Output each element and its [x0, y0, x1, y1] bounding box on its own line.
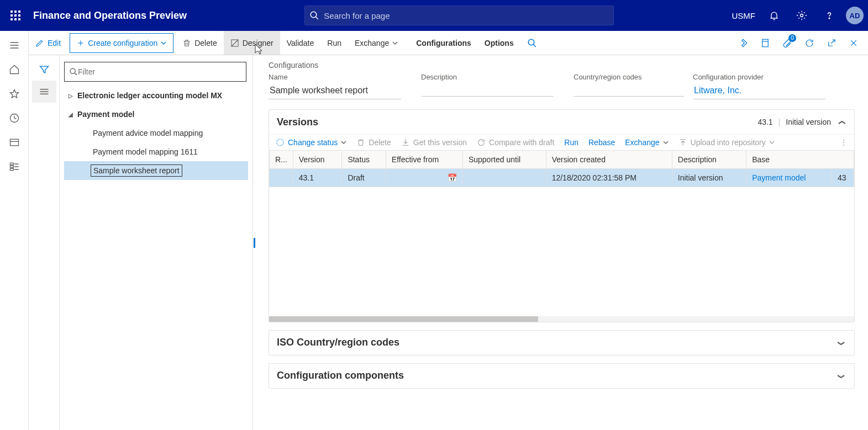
cell-status[interactable]: Draft — [342, 169, 386, 187]
configurations-nav[interactable]: Configurations — [409, 31, 478, 55]
modules-icon[interactable] — [2, 156, 27, 178]
tree-node[interactable]: Payment model mapping 1611 — [64, 142, 248, 161]
recent-icon[interactable] — [2, 107, 27, 129]
section-title: Versions — [277, 116, 318, 128]
col-version[interactable]: Version — [293, 151, 342, 169]
expand-icon[interactable]: ▷ — [66, 93, 75, 99]
name-value[interactable]: Sample worksheet report — [269, 83, 401, 99]
svg-line-23 — [75, 73, 77, 75]
calendar-icon[interactable]: 📅 — [448, 173, 457, 182]
svg-point-9 — [311, 12, 317, 18]
refresh-icon[interactable] — [799, 33, 819, 53]
plus-icon — [77, 39, 85, 47]
table-row[interactable]: 43.1 Draft 📅 12/18/2020 02:31:58 PM Init… — [270, 169, 854, 187]
diamond-icon[interactable] — [733, 33, 753, 53]
more-icon[interactable]: ⋮ — [840, 138, 848, 147]
components-section[interactable]: Configuration components — [269, 363, 855, 389]
create-configuration-button[interactable]: Create configuration — [70, 33, 173, 53]
svg-rect-20 — [10, 166, 13, 167]
tree-filter[interactable] — [64, 62, 246, 82]
collapse-icon[interactable]: ◢ — [66, 112, 75, 118]
field-label: Name — [269, 73, 401, 81]
horizontal-scrollbar[interactable] — [269, 316, 854, 322]
col-base[interactable]: Base — [746, 151, 854, 169]
compare-button: Compare with draft — [477, 138, 554, 147]
col-status[interactable]: Status — [342, 151, 386, 169]
col-effective[interactable]: Effective from — [386, 151, 462, 169]
configuration-tree: ▷ Electronic ledger accounting model MX … — [60, 55, 253, 430]
collapse-icon[interactable] — [837, 115, 846, 129]
validate-button[interactable]: Validate — [280, 31, 321, 55]
attachments-icon[interactable]: 0 — [777, 33, 797, 53]
chevron-down-icon — [663, 140, 669, 145]
run-button[interactable]: Run — [320, 31, 348, 55]
svg-rect-6 — [10, 18, 13, 20]
provider-link[interactable]: Litware, Inc. — [693, 83, 825, 99]
delete-button[interactable]: Delete — [176, 31, 223, 55]
popout-icon[interactable] — [822, 33, 841, 53]
tree-node[interactable]: ▷ Electronic ledger accounting model MX — [64, 86, 248, 105]
exchange-button[interactable]: Exchange — [348, 31, 404, 55]
app-title: Finance and Operations Preview — [33, 10, 187, 22]
svg-point-11 — [801, 14, 803, 17]
description-value[interactable] — [421, 83, 554, 97]
col-description[interactable]: Description — [672, 151, 746, 169]
home-icon[interactable] — [2, 59, 27, 81]
tree-node-selected[interactable]: Sample worksheet report — [64, 161, 248, 180]
col-rowselect[interactable]: R... — [270, 151, 293, 169]
change-status-button[interactable]: Change status — [276, 138, 346, 147]
global-search[interactable] — [304, 6, 614, 25]
cell-base-ver[interactable]: 43 — [832, 169, 854, 187]
close-icon[interactable] — [844, 33, 864, 53]
gear-icon[interactable] — [791, 4, 813, 26]
help-icon[interactable] — [818, 4, 840, 26]
rebase-button[interactable]: Rebase — [588, 138, 615, 147]
tree-node[interactable]: ◢ Payment model — [64, 105, 248, 124]
edit-button[interactable]: Edit — [29, 31, 67, 55]
document-icon[interactable] — [755, 33, 775, 53]
bell-icon[interactable] — [763, 4, 785, 26]
country-value[interactable] — [574, 83, 684, 97]
tree-node[interactable]: Payment advice model mapping — [64, 124, 248, 142]
options-nav[interactable]: Options — [478, 31, 520, 55]
star-icon[interactable] — [2, 83, 27, 105]
svg-rect-4 — [14, 14, 17, 17]
col-created[interactable]: Version created — [546, 151, 672, 169]
field-label: Description — [421, 73, 554, 81]
svg-rect-0 — [10, 10, 13, 13]
avatar[interactable]: AD — [846, 7, 864, 24]
hamburger-icon[interactable] — [2, 34, 27, 56]
cell-base-name[interactable]: Payment model — [746, 169, 832, 187]
attachments-badge: 0 — [788, 34, 796, 42]
designer-button[interactable]: Designer — [224, 31, 280, 55]
funnel-icon[interactable] — [32, 59, 56, 81]
expand-icon[interactable] — [837, 369, 846, 383]
company-label[interactable]: USMF — [732, 11, 756, 20]
search-input[interactable] — [324, 11, 613, 20]
status-icon — [276, 138, 285, 147]
svg-rect-18 — [10, 139, 18, 146]
col-supported[interactable]: Supported until — [462, 151, 546, 169]
workspace-icon[interactable] — [2, 131, 27, 153]
row-selector[interactable] — [270, 169, 293, 187]
expand-icon[interactable] — [837, 336, 846, 349]
cell-supported[interactable] — [462, 169, 546, 187]
cell-version[interactable]: 43.1 — [293, 169, 342, 187]
cell-effective[interactable]: 📅 — [386, 169, 462, 187]
cell-description[interactable]: Initial version — [672, 169, 746, 187]
field-label: Configuration provider — [693, 73, 825, 81]
tree-filter-input[interactable] — [78, 67, 241, 76]
chevron-down-icon — [392, 40, 398, 46]
iso-section[interactable]: ISO Country/region codes — [269, 330, 855, 355]
search-action[interactable] — [520, 31, 544, 55]
breadcrumb: Configurations — [269, 61, 855, 70]
waffle-icon[interactable] — [4, 4, 27, 26]
version-run-button[interactable]: Run — [564, 138, 578, 147]
left-rail — [0, 31, 29, 430]
search-icon — [69, 67, 78, 76]
trash-icon — [356, 138, 365, 147]
version-exchange-button[interactable]: Exchange — [625, 138, 668, 147]
list-icon[interactable] — [32, 81, 56, 103]
svg-point-22 — [70, 68, 75, 73]
cell-created[interactable]: 12/18/2020 02:31:58 PM — [546, 169, 672, 187]
